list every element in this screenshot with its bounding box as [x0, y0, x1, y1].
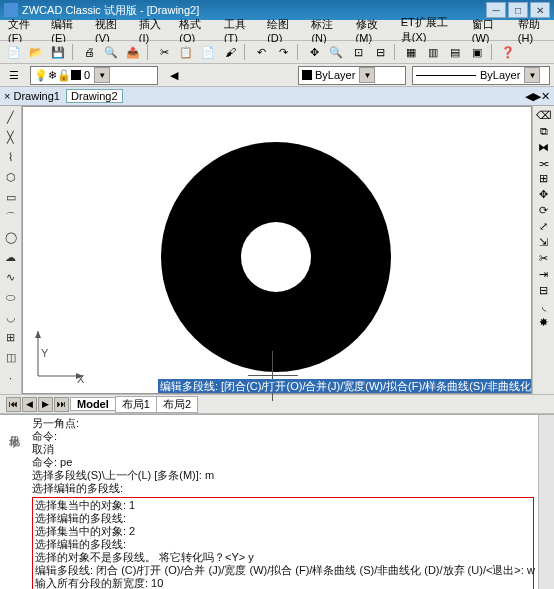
cmd-line: 命令: pe: [32, 456, 534, 469]
array-icon[interactable]: ⊞: [539, 172, 548, 185]
menu-item[interactable]: 窗口(W): [468, 16, 506, 45]
ellipsearc-icon[interactable]: ◡: [2, 309, 19, 326]
offset-icon[interactable]: ⫘: [538, 157, 549, 169]
doc-tabs: × Drawing1 Drawing2 ◀ ▶ ✕: [0, 87, 554, 106]
tab-nav-right-icon[interactable]: ▶: [533, 90, 541, 103]
layer-manager-icon[interactable]: ☰: [4, 65, 24, 85]
preview-icon[interactable]: 🔍: [101, 42, 121, 62]
tpalette-icon[interactable]: ▤: [445, 42, 465, 62]
menu-item[interactable]: 绘图(D): [263, 16, 299, 45]
copy2-icon[interactable]: ⧉: [540, 125, 548, 138]
mirror-icon[interactable]: ⧓: [538, 141, 549, 154]
cmd-line: 选择多段线(S)\上一个(L) [多条(M)]: m: [32, 469, 534, 482]
tab-next-icon[interactable]: ▶: [38, 397, 53, 412]
match-icon[interactable]: 🖌: [220, 42, 240, 62]
props-icon[interactable]: ▦: [401, 42, 421, 62]
tab-drawing1[interactable]: Drawing1: [14, 90, 60, 102]
redo-icon[interactable]: ↷: [273, 42, 293, 62]
revcloud-icon[interactable]: ☁: [2, 249, 19, 266]
layout2-tab[interactable]: 布局2: [156, 396, 198, 413]
drawing-canvas[interactable]: Y X 编辑多段线: [闭合(C)/打开(O)/合并(J)/宽度(W)/拟合(F…: [22, 106, 532, 394]
menu-item[interactable]: 修改(M): [352, 16, 389, 45]
ellipse-icon[interactable]: ⬭: [2, 289, 19, 306]
arc-icon[interactable]: ⌒: [2, 209, 19, 226]
undo-icon[interactable]: ↶: [251, 42, 271, 62]
inline-prompt: 编辑多段线: [闭合(C)/打开(O)/合并(J)/宽度(W)/拟合(F)/样条…: [158, 379, 531, 393]
break-icon[interactable]: ⊟: [539, 284, 548, 297]
zoom-rt-icon[interactable]: 🔍: [326, 42, 346, 62]
pline-icon[interactable]: ⌇: [2, 149, 19, 166]
calc-icon[interactable]: ▣: [467, 42, 487, 62]
help-icon[interactable]: ❓: [498, 42, 518, 62]
cut-icon[interactable]: ✂: [154, 42, 174, 62]
tab-drawing2[interactable]: Drawing2: [66, 89, 122, 103]
copy-icon[interactable]: 📋: [176, 42, 196, 62]
point-icon[interactable]: ·: [2, 369, 19, 386]
open-icon[interactable]: 📂: [26, 42, 46, 62]
chevron-down-icon[interactable]: ▼: [359, 67, 375, 83]
menu-item[interactable]: 格式(O): [175, 16, 212, 45]
linetype-dropdown[interactable]: ByLayer ▼: [412, 66, 550, 85]
xline-icon[interactable]: ╳: [2, 129, 19, 146]
erase-icon[interactable]: ⌫: [536, 109, 552, 122]
menu-item[interactable]: 标注(N): [307, 16, 343, 45]
menu-item[interactable]: 编辑(E): [47, 16, 83, 45]
spline-icon[interactable]: ∿: [2, 269, 19, 286]
insert-icon[interactable]: ⊞: [2, 329, 19, 346]
tab-close-icon[interactable]: ×: [4, 90, 10, 102]
cmd-line: 取消: [32, 443, 534, 456]
rotate-icon[interactable]: ⟳: [539, 204, 548, 217]
chevron-down-icon[interactable]: ▼: [524, 67, 540, 83]
rect-icon[interactable]: ▭: [2, 189, 19, 206]
scale-icon[interactable]: ⤢: [539, 220, 548, 233]
linetype-label: ByLayer: [480, 69, 520, 81]
layout-tabs: ⏮ ◀ ▶ ⏭ Model 布局1 布局2: [0, 394, 554, 414]
polygon-icon[interactable]: ⬡: [2, 169, 19, 186]
zoom-win-icon[interactable]: ⊡: [348, 42, 368, 62]
block-icon[interactable]: ◫: [2, 349, 19, 366]
tab-prev-icon[interactable]: ◀: [22, 397, 37, 412]
toolbar-layer: ☰ 💡 ❄ 🔓 0 ▼ ◀ ByLayer ▼ ByLayer ▼: [0, 64, 554, 87]
menu-item[interactable]: 工具(T): [220, 16, 255, 45]
menu-item[interactable]: 视图(V): [91, 16, 127, 45]
circle-icon[interactable]: ◯: [2, 229, 19, 246]
tab-last-icon[interactable]: ⏭: [54, 397, 69, 412]
menu-item[interactable]: 插入(I): [135, 16, 168, 45]
publish-icon[interactable]: 📤: [123, 42, 143, 62]
menu-item[interactable]: 文件(F): [4, 16, 39, 45]
layout1-tab[interactable]: 布局1: [115, 396, 157, 413]
menu-item[interactable]: 帮助(H): [514, 16, 550, 45]
layer-prev-icon[interactable]: ◀: [164, 65, 184, 85]
cmd-line: 选择集当中的对象: 2: [35, 525, 531, 538]
fillet-icon[interactable]: ◟: [542, 300, 546, 313]
trim-icon[interactable]: ✂: [539, 252, 548, 265]
stretch-icon[interactable]: ⇲: [539, 236, 548, 249]
pan-icon[interactable]: ✥: [304, 42, 324, 62]
cmd-line: 选择编辑的多段线:: [32, 482, 534, 495]
layer-name: 0: [84, 69, 90, 81]
print-icon[interactable]: 🖨: [79, 42, 99, 62]
new-icon[interactable]: 📄: [4, 42, 24, 62]
line-icon[interactable]: ╱: [2, 109, 19, 126]
tab-close2-icon[interactable]: ✕: [541, 90, 550, 103]
extend-icon[interactable]: ⇥: [539, 268, 548, 281]
zoom-prev-icon[interactable]: ⊟: [370, 42, 390, 62]
draw-toolbar: ╱ ╳ ⌇ ⬡ ▭ ⌒ ◯ ☁ ∿ ⬭ ◡ ⊞ ◫ ·: [0, 106, 22, 394]
dcenter-icon[interactable]: ▥: [423, 42, 443, 62]
layer-dropdown[interactable]: 💡 ❄ 🔓 0 ▼: [30, 66, 158, 85]
cmd-scrollbar[interactable]: [538, 415, 554, 589]
tab-first-icon[interactable]: ⏮: [6, 397, 21, 412]
color-dropdown[interactable]: ByLayer ▼: [298, 66, 406, 85]
color-swatch: [302, 70, 312, 80]
chevron-down-icon[interactable]: ▼: [94, 67, 110, 83]
layer-freeze-icon: ❄: [48, 69, 57, 82]
move-icon[interactable]: ✥: [539, 188, 548, 201]
explode-icon[interactable]: ✸: [539, 316, 548, 329]
save-icon[interactable]: 💾: [48, 42, 68, 62]
layer-color-swatch: [71, 70, 81, 80]
paste-icon[interactable]: 📄: [198, 42, 218, 62]
model-tab[interactable]: Model: [70, 397, 116, 411]
menubar: 文件(F)编辑(E)视图(V)插入(I)格式(O)工具(T)绘图(D)标注(N)…: [0, 20, 554, 41]
command-text[interactable]: 另一角点:命令:取消命令: pe选择多段线(S)\上一个(L) [多条(M)]:…: [28, 415, 538, 589]
tab-nav-left-icon[interactable]: ◀: [525, 90, 533, 103]
